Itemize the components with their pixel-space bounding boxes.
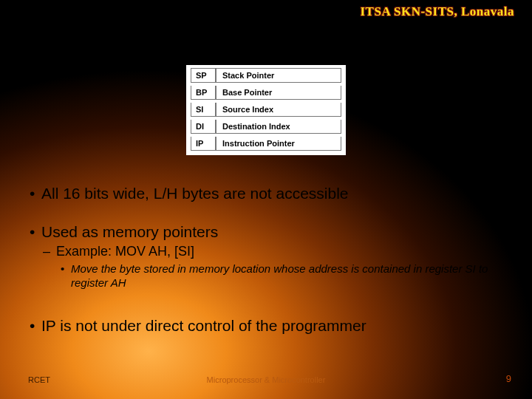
reg-name: Source Index <box>216 103 341 117</box>
reg-abbr: BP <box>191 86 216 100</box>
table-row: DI Destination Index <box>191 120 341 134</box>
reg-abbr: SI <box>191 103 216 117</box>
bullet-level3: Move the byte stored in memory location … <box>30 262 510 290</box>
table-row: SP Stack Pointer <box>191 68 341 83</box>
reg-name: Destination Index <box>216 120 341 134</box>
bullet-level2: Example: MOV AH, [SI] <box>30 244 510 259</box>
bullet-level1: All 16 bits wide, L/H bytes are not acce… <box>30 185 510 202</box>
table-row: BP Base Pointer <box>191 86 341 100</box>
slide-title: Pointer and Index Registers <box>0 22 532 50</box>
bullet-text: Used as memory pointers <box>41 223 218 240</box>
reg-name: Stack Pointer <box>216 68 341 83</box>
register-table: SP Stack Pointer BP Base Pointer SI Sour… <box>186 65 346 155</box>
table-row: IP Instruction Pointer <box>191 137 341 151</box>
footer-center: Microprocessor & Microcontroller <box>0 375 532 384</box>
reg-name: Base Pointer <box>216 86 341 100</box>
reg-name: Instruction Pointer <box>216 137 341 151</box>
header-brand: ITSA SKN-SITS, Lonavala <box>361 4 515 19</box>
bullet-level1: Used as memory pointers <box>30 223 510 241</box>
reg-abbr: DI <box>191 120 216 134</box>
footer-page-number: 9 <box>506 373 511 384</box>
reg-abbr: SP <box>191 68 216 83</box>
table-row: SI Source Index <box>191 103 341 117</box>
bullet-list: All 16 bits wide, L/H bytes are not acce… <box>30 185 510 335</box>
reg-abbr: IP <box>191 137 216 151</box>
bullet-level1: IP is not under direct control of the pr… <box>30 317 510 335</box>
